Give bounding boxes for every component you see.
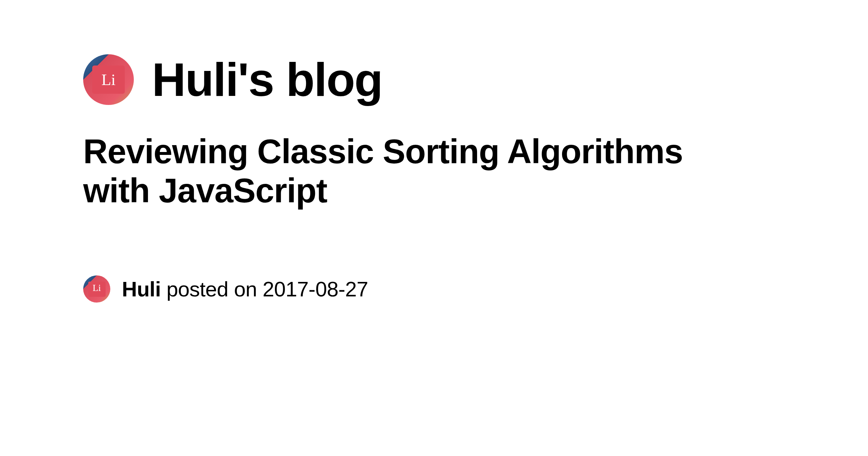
blog-title: Huli's blog (152, 56, 382, 103)
avatar-small (83, 275, 110, 303)
posted-label: posted on (161, 277, 263, 301)
author-name: Huli (122, 277, 161, 301)
post-title: Reviewing Classic Sorting Algorithms wit… (83, 132, 698, 210)
avatar-large (83, 54, 134, 105)
blog-header: Huli's blog (83, 54, 785, 105)
meta-text: Huli posted on 2017-08-27 (122, 277, 368, 301)
post-meta: Huli posted on 2017-08-27 (83, 275, 785, 303)
post-date: 2017-08-27 (263, 277, 368, 301)
